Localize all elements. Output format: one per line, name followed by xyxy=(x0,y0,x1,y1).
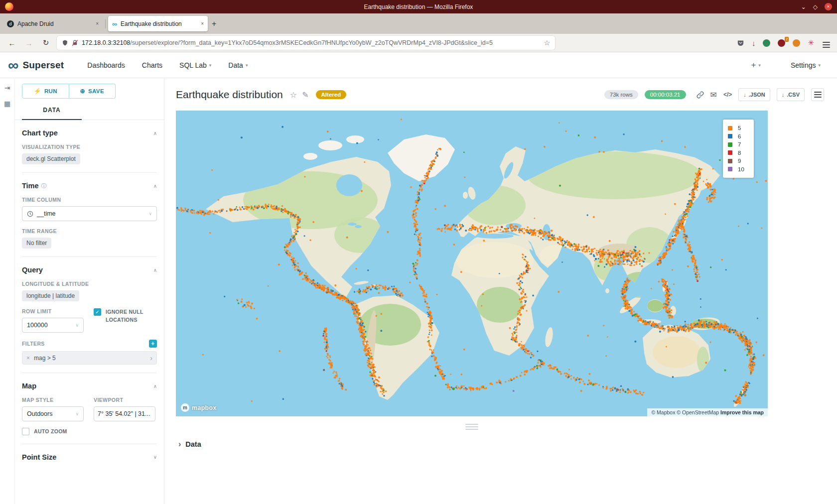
improve-map-link[interactable]: Improve this map xyxy=(720,409,764,415)
lonlat-value[interactable]: longitude | latitude xyxy=(22,290,79,301)
menu-button[interactable] xyxy=(822,37,831,49)
extension-icon-blocker[interactable]: 2 xyxy=(778,39,785,47)
email-icon[interactable]: ✉ xyxy=(710,90,717,100)
filter-pill[interactable]: × mag > 5 › xyxy=(22,351,157,365)
map-attribution: © Mapbox © OpenStreetMap Improve this ma… xyxy=(647,408,768,416)
data-panel-toggle[interactable]: › Data xyxy=(176,440,768,449)
browser-tab-apache-druid[interactable]: d Apache Druid × xyxy=(3,16,103,31)
altered-badge[interactable]: Altered xyxy=(316,90,347,99)
chevron-down-icon: ∨ xyxy=(75,323,79,328)
map-style-select[interactable]: Outdoors ∨ xyxy=(22,406,84,421)
insecure-lock-icon[interactable] xyxy=(72,39,78,46)
resize-grip[interactable] xyxy=(465,424,478,430)
section-title: Query xyxy=(22,266,43,274)
legend-item: 9 xyxy=(728,157,748,165)
url-text[interactable]: 172.18.0.3:32108/superset/explore/?form_… xyxy=(82,39,540,46)
time-range-value[interactable]: No filter xyxy=(22,238,51,249)
section-header[interactable]: Map ∧ xyxy=(22,382,157,390)
row-limit-select[interactable]: 100000 ∨ xyxy=(22,318,84,333)
extension-icon-green[interactable] xyxy=(763,39,770,47)
ignore-null-checkbox[interactable]: ✓ xyxy=(94,308,101,316)
legend-value: 8 xyxy=(738,150,741,156)
nav-item-data[interactable]: Data▾ xyxy=(228,61,248,69)
chart-menu-button[interactable] xyxy=(811,88,824,101)
new-tab-button[interactable]: + xyxy=(212,19,216,28)
section-chart-type: Chart type ∧ VISUALIZATION TYPE deck.gl … xyxy=(22,120,157,173)
new-item-button[interactable]: +▾ xyxy=(751,60,760,70)
nav-item-charts[interactable]: Charts xyxy=(142,61,162,69)
settings-menu[interactable]: Settings▾ xyxy=(791,61,821,69)
export-csv-button[interactable]: ↓.CSV xyxy=(777,88,805,101)
window-minimize-button[interactable]: ⌄ xyxy=(801,4,806,10)
time-column-select[interactable]: __time ∨ xyxy=(22,206,157,221)
legend-value: 6 xyxy=(738,133,741,139)
viz-type-value[interactable]: deck.gl Scatterplot xyxy=(22,153,80,164)
section-header[interactable]: Chart type ∧ xyxy=(22,129,157,137)
section-header[interactable]: Timeⓘ ∧ xyxy=(22,182,157,190)
share-link-icon[interactable] xyxy=(697,91,704,99)
favorite-star-icon[interactable]: ☆ xyxy=(290,90,297,100)
superset-brand[interactable]: Superset xyxy=(22,60,64,71)
extension-icon-pink[interactable]: ✳ xyxy=(808,38,814,47)
nav-item-dashboards[interactable]: Dashboards xyxy=(87,61,125,69)
url-bar[interactable]: 172.18.0.3:32108/superset/explore/?form_… xyxy=(57,36,555,50)
extension-icon-orange[interactable] xyxy=(793,39,800,47)
back-button[interactable]: ← xyxy=(6,39,18,47)
section-header[interactable]: Query ∧ xyxy=(22,266,157,274)
below-map: › Data xyxy=(176,424,768,449)
run-icon: ⚡ xyxy=(34,88,41,95)
tab-data[interactable]: DATA xyxy=(22,107,82,120)
nav-label: Dashboards xyxy=(87,61,125,69)
run-button[interactable]: ⚡RUN xyxy=(22,84,69,99)
chevron-up-icon[interactable]: ∧ xyxy=(153,267,157,273)
json-label: .JSON xyxy=(749,92,765,98)
remove-filter-icon[interactable]: × xyxy=(26,355,30,362)
section-header[interactable]: Point Size ∨ xyxy=(22,453,157,461)
export-json-button[interactable]: ↓.JSON xyxy=(738,88,770,101)
save-button[interactable]: ⊕SAVE xyxy=(69,84,116,99)
viewport-value-box[interactable]: 7° 35' 54.02" | 31... xyxy=(94,406,155,421)
window-maximize-button[interactable]: ◇ xyxy=(813,4,818,10)
superset-logo-icon[interactable]: ∞ xyxy=(8,58,18,73)
lonlat-label: LONGITUDE & LATITUDE xyxy=(22,281,157,287)
legend-item: 5 xyxy=(728,124,748,132)
section-map: Map ∧ MAP STYLE Outdoors ∨ VIEWPORT 7° 3… xyxy=(22,373,157,444)
tab-title: Earthquake distribution xyxy=(121,20,197,27)
mapbox-logo-icon: m xyxy=(181,403,189,412)
chevron-up-icon[interactable]: ∧ xyxy=(153,130,157,136)
chart-title: Earthquake distribution xyxy=(176,89,283,101)
downloads-icon[interactable]: ↓ xyxy=(752,39,756,47)
nav-item-sql-lab[interactable]: SQL Lab▾ xyxy=(179,61,211,69)
add-filter-button[interactable]: + xyxy=(149,340,157,348)
superset-navbar: ∞ Superset Dashboards Charts SQL Lab▾ Da… xyxy=(0,52,837,78)
window-close-button[interactable]: × xyxy=(825,3,832,10)
edit-properties-icon[interactable]: ✎ xyxy=(302,90,308,100)
reload-button[interactable]: ↻ xyxy=(40,38,52,47)
chevron-up-icon[interactable]: ∧ xyxy=(153,183,157,189)
chevron-down-icon[interactable]: ∨ xyxy=(153,454,157,460)
save-label: SAVE xyxy=(88,88,104,94)
tab-close-icon[interactable]: × xyxy=(201,21,204,26)
browser-tab-earthquake-distribution[interactable]: ∞ Earthquake distribution × xyxy=(108,16,208,31)
dataset-grid-icon[interactable]: ▦ xyxy=(4,100,10,108)
chevron-right-icon[interactable]: › xyxy=(150,354,152,362)
map-style-label: MAP STYLE xyxy=(22,397,84,403)
save-icon: ⊕ xyxy=(80,88,85,95)
mapbox-logo[interactable]: m mapbox xyxy=(181,403,217,412)
collapse-panel-icon[interactable]: ⇥ xyxy=(4,84,10,92)
download-icon: ↓ xyxy=(782,92,785,98)
chevron-up-icon[interactable]: ∧ xyxy=(153,383,157,389)
tab-close-icon[interactable]: × xyxy=(96,21,99,26)
bookmark-star-icon[interactable]: ☆ xyxy=(544,39,550,47)
caret-down-icon: ▾ xyxy=(818,63,821,68)
deckgl-map[interactable]: 5678910 m mapbox © Mapbox © OpenStreetMa… xyxy=(176,111,768,416)
explore-content: ⇥ ▦ ⚡RUN ⊕SAVE DATA Chart type ∧ VISUALI… xyxy=(0,79,837,504)
pocket-icon[interactable] xyxy=(737,39,744,47)
legend-value: 5 xyxy=(738,125,741,131)
nav-label: Data xyxy=(228,61,243,69)
auto-zoom-checkbox[interactable] xyxy=(22,428,29,435)
embed-code-icon[interactable]: </> xyxy=(723,91,732,98)
hamburger-icon xyxy=(814,94,822,95)
shield-icon[interactable] xyxy=(62,39,68,46)
caret-down-icon: ▾ xyxy=(758,63,761,68)
